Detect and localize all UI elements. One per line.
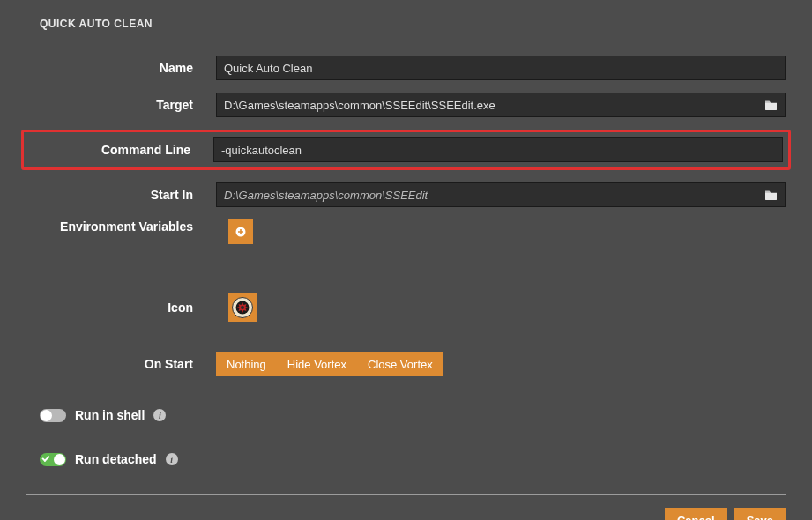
divider [26, 494, 786, 495]
on-start-option-hide-vortex[interactable]: Hide Vortex [277, 352, 357, 376]
row-command-line-highlighted: Command Line [21, 130, 791, 170]
label-target: Target [26, 98, 216, 112]
run-detached-row: Run detached i [26, 452, 786, 466]
footer: Cancel Save [26, 494, 786, 520]
command-line-input[interactable] [221, 144, 775, 157]
svg-point-2 [241, 306, 244, 309]
name-input[interactable] [224, 62, 778, 75]
info-icon[interactable]: i [153, 409, 166, 421]
run-detached-toggle[interactable] [40, 453, 66, 466]
folder-icon[interactable] [764, 100, 778, 111]
plus-icon [235, 227, 246, 237]
run-in-shell-toggle[interactable] [40, 409, 66, 422]
divider [26, 41, 786, 41]
tool-icon [232, 297, 253, 318]
row-env-vars: Environment Variables [26, 219, 786, 244]
label-name: Name [26, 61, 216, 75]
start-in-input-wrap[interactable] [216, 182, 786, 207]
name-input-wrap[interactable] [216, 56, 786, 80]
on-start-option-nothing[interactable]: Nothing [216, 352, 277, 376]
run-in-shell-row: Run in shell i [26, 408, 786, 422]
row-name: Name [26, 56, 786, 80]
row-icon: Icon [26, 293, 786, 322]
add-env-var-button[interactable] [228, 219, 253, 244]
form: Name Target Command Line [26, 56, 786, 376]
switches: Run in shell i Run detached i [26, 408, 786, 466]
cancel-button[interactable]: Cancel [665, 508, 727, 520]
label-start-in: Start In [26, 188, 216, 202]
on-start-option-close-vortex[interactable]: Close Vortex [357, 352, 443, 376]
label-command-line: Command Line [24, 143, 213, 157]
label-on-start: On Start [26, 357, 216, 371]
on-start-segmented: Nothing Hide Vortex Close Vortex [216, 352, 443, 376]
run-in-shell-label: Run in shell [75, 408, 145, 422]
dialog-title: QUICK AUTO CLEAN [26, 18, 786, 41]
info-icon[interactable]: i [166, 453, 178, 465]
row-start-in: Start In [26, 182, 786, 207]
row-on-start: On Start Nothing Hide Vortex Close Vorte… [26, 352, 786, 376]
label-icon: Icon [26, 301, 216, 315]
run-detached-label: Run detached [75, 452, 157, 466]
target-input[interactable] [224, 99, 759, 112]
save-button[interactable]: Save [734, 508, 786, 520]
row-target: Target [26, 93, 786, 117]
folder-icon[interactable] [764, 189, 778, 201]
target-input-wrap[interactable] [216, 93, 786, 117]
label-env-vars: Environment Variables [26, 219, 216, 234]
dialog: QUICK AUTO CLEAN Name Target [0, 0, 812, 520]
icon-picker-button[interactable] [228, 293, 257, 322]
command-line-input-wrap[interactable] [213, 137, 783, 162]
start-in-input[interactable] [224, 189, 759, 202]
